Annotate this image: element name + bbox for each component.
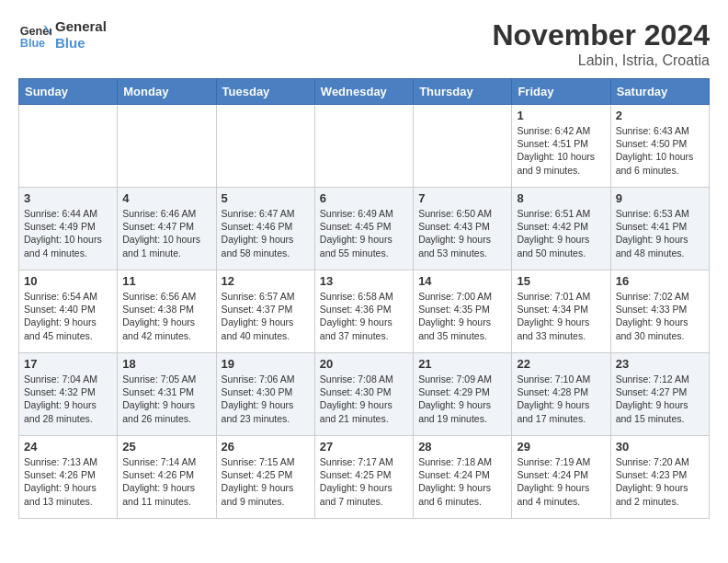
day-info: Sunrise: 7:04 AM Sunset: 4:32 PM Dayligh… [24,373,112,425]
calendar-week-2: 3Sunrise: 6:44 AM Sunset: 4:49 PM Daylig… [19,188,710,270]
calendar-cell: 10Sunrise: 6:54 AM Sunset: 4:40 PM Dayli… [19,270,118,353]
calendar-cell: 13Sunrise: 6:58 AM Sunset: 4:36 PM Dayli… [314,270,413,353]
calendar-cell: 29Sunrise: 7:19 AM Sunset: 4:24 PM Dayli… [512,436,610,519]
calendar-cell: 19Sunrise: 7:06 AM Sunset: 4:30 PM Dayli… [216,353,314,436]
day-number: 7 [418,191,506,205]
calendar-cell: 21Sunrise: 7:09 AM Sunset: 4:29 PM Dayli… [414,353,512,436]
day-number: 26 [222,440,310,454]
day-number: 30 [616,440,704,454]
day-info: Sunrise: 6:42 AM Sunset: 4:51 PM Dayligh… [517,124,605,177]
logo-icon: General Blue [18,18,51,52]
calendar-cell: 5Sunrise: 6:47 AM Sunset: 4:46 PM Daylig… [216,188,314,270]
calendar-week-1: 1Sunrise: 6:42 AM Sunset: 4:51 PM Daylig… [19,105,710,188]
weekday-header-sunday: Sunday [19,79,118,105]
calendar-cell: 6Sunrise: 6:49 AM Sunset: 4:45 PM Daylig… [314,188,413,270]
day-info: Sunrise: 7:19 AM Sunset: 4:24 PM Dayligh… [517,455,605,508]
weekday-header-wednesday: Wednesday [314,79,413,105]
day-info: Sunrise: 6:50 AM Sunset: 4:43 PM Dayligh… [418,207,506,259]
day-info: Sunrise: 6:51 AM Sunset: 4:42 PM Dayligh… [517,207,605,259]
day-number: 28 [418,440,506,454]
calendar-week-3: 10Sunrise: 6:54 AM Sunset: 4:40 PM Dayli… [19,270,710,353]
day-info: Sunrise: 6:43 AM Sunset: 4:50 PM Dayligh… [616,124,704,177]
day-info: Sunrise: 7:08 AM Sunset: 4:30 PM Dayligh… [320,373,408,425]
calendar-cell: 17Sunrise: 7:04 AM Sunset: 4:32 PM Dayli… [19,353,118,436]
calendar-week-5: 24Sunrise: 7:13 AM Sunset: 4:26 PM Dayli… [19,436,710,519]
day-number: 15 [517,274,605,288]
day-number: 27 [320,440,408,454]
day-info: Sunrise: 7:06 AM Sunset: 4:30 PM Dayligh… [222,373,310,425]
day-info: Sunrise: 7:09 AM Sunset: 4:29 PM Dayligh… [418,373,506,425]
calendar-cell: 20Sunrise: 7:08 AM Sunset: 4:30 PM Dayli… [314,353,413,436]
logo-line2: Blue [55,35,107,52]
calendar-cell: 12Sunrise: 6:57 AM Sunset: 4:37 PM Dayli… [216,270,314,353]
calendar-cell [314,105,413,188]
day-info: Sunrise: 7:13 AM Sunset: 4:26 PM Dayligh… [24,455,112,508]
calendar-cell: 14Sunrise: 7:00 AM Sunset: 4:35 PM Dayli… [414,270,512,353]
weekday-header-tuesday: Tuesday [216,79,314,105]
day-number: 3 [24,191,112,205]
calendar-cell: 22Sunrise: 7:10 AM Sunset: 4:28 PM Dayli… [512,353,610,436]
day-info: Sunrise: 6:53 AM Sunset: 4:41 PM Dayligh… [616,207,704,259]
svg-text:Blue: Blue [20,37,45,50]
calendar-cell: 24Sunrise: 7:13 AM Sunset: 4:26 PM Dayli… [19,436,118,519]
day-number: 25 [122,440,210,454]
calendar-cell: 9Sunrise: 6:53 AM Sunset: 4:41 PM Daylig… [610,188,709,270]
day-number: 23 [616,357,704,371]
title-block: November 2024 Labin, Istria, Croatia [492,18,710,69]
day-info: Sunrise: 7:02 AM Sunset: 4:33 PM Dayligh… [616,290,704,342]
day-number: 12 [222,274,310,288]
day-info: Sunrise: 7:01 AM Sunset: 4:34 PM Dayligh… [517,290,605,342]
day-info: Sunrise: 6:47 AM Sunset: 4:46 PM Dayligh… [222,207,310,259]
day-number: 13 [320,274,408,288]
page-header: General Blue General Blue November 2024 … [18,18,710,69]
day-info: Sunrise: 6:54 AM Sunset: 4:40 PM Dayligh… [24,290,112,342]
day-number: 5 [222,191,310,205]
calendar-cell: 18Sunrise: 7:05 AM Sunset: 4:31 PM Dayli… [118,353,216,436]
calendar-cell: 2Sunrise: 6:43 AM Sunset: 4:50 PM Daylig… [610,105,709,188]
calendar-cell [414,105,512,188]
day-number: 17 [24,357,112,371]
day-number: 2 [616,109,704,122]
day-info: Sunrise: 7:20 AM Sunset: 4:23 PM Dayligh… [616,455,704,508]
weekday-header-friday: Friday [512,79,610,105]
calendar-cell: 28Sunrise: 7:18 AM Sunset: 4:24 PM Dayli… [414,436,512,519]
day-number: 24 [24,440,112,454]
calendar-cell: 4Sunrise: 6:46 AM Sunset: 4:47 PM Daylig… [118,188,216,270]
logo-line1: General [55,18,107,35]
calendar-cell: 8Sunrise: 6:51 AM Sunset: 4:42 PM Daylig… [512,188,610,270]
day-number: 4 [122,191,210,205]
calendar-cell: 25Sunrise: 7:14 AM Sunset: 4:26 PM Dayli… [118,436,216,519]
calendar-cell: 15Sunrise: 7:01 AM Sunset: 4:34 PM Dayli… [512,270,610,353]
day-info: Sunrise: 7:14 AM Sunset: 4:26 PM Dayligh… [122,455,210,508]
calendar-cell: 27Sunrise: 7:17 AM Sunset: 4:25 PM Dayli… [314,436,413,519]
day-info: Sunrise: 7:15 AM Sunset: 4:25 PM Dayligh… [222,455,310,508]
calendar-cell: 30Sunrise: 7:20 AM Sunset: 4:23 PM Dayli… [610,436,709,519]
day-number: 20 [320,357,408,371]
calendar-cell: 7Sunrise: 6:50 AM Sunset: 4:43 PM Daylig… [414,188,512,270]
day-info: Sunrise: 7:12 AM Sunset: 4:27 PM Dayligh… [616,373,704,425]
calendar-cell: 3Sunrise: 6:44 AM Sunset: 4:49 PM Daylig… [19,188,118,270]
day-number: 14 [418,274,506,288]
day-number: 29 [517,440,605,454]
logo: General Blue General Blue [18,18,107,52]
day-number: 21 [418,357,506,371]
day-info: Sunrise: 7:00 AM Sunset: 4:35 PM Dayligh… [418,290,506,342]
calendar-cell: 11Sunrise: 6:56 AM Sunset: 4:38 PM Dayli… [118,270,216,353]
calendar-cell [216,105,314,188]
calendar-cell [19,105,118,188]
weekday-header-monday: Monday [118,79,216,105]
calendar-cell [118,105,216,188]
calendar-cell: 1Sunrise: 6:42 AM Sunset: 4:51 PM Daylig… [512,105,610,188]
day-info: Sunrise: 6:58 AM Sunset: 4:36 PM Dayligh… [320,290,408,342]
calendar-cell: 23Sunrise: 7:12 AM Sunset: 4:27 PM Dayli… [610,353,709,436]
day-info: Sunrise: 7:05 AM Sunset: 4:31 PM Dayligh… [122,373,210,425]
day-number: 8 [517,191,605,205]
day-number: 19 [222,357,310,371]
calendar-week-4: 17Sunrise: 7:04 AM Sunset: 4:32 PM Dayli… [19,353,710,436]
location: Labin, Istria, Croatia [492,52,710,69]
calendar-table: SundayMondayTuesdayWednesdayThursdayFrid… [18,78,710,519]
calendar-cell: 26Sunrise: 7:15 AM Sunset: 4:25 PM Dayli… [216,436,314,519]
day-number: 10 [24,274,112,288]
day-info: Sunrise: 6:46 AM Sunset: 4:47 PM Dayligh… [122,207,210,259]
day-number: 6 [320,191,408,205]
